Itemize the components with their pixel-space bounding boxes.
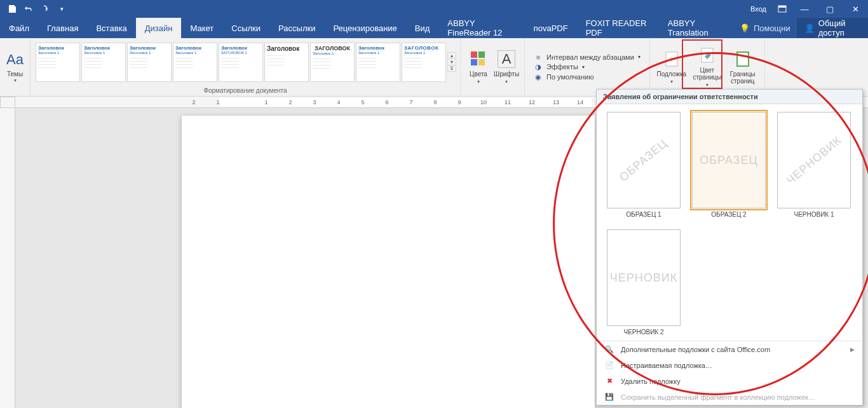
remove-icon: ✖ [604,377,614,385]
tab-insert[interactable]: Вставка [87,18,135,38]
undo-icon[interactable] [22,2,36,16]
tab-review[interactable]: Рецензирование [324,18,405,38]
ruler-tick: 1 [206,99,230,105]
gallery-up-icon[interactable]: ▴ [448,53,456,58]
save-icon[interactable] [5,2,19,16]
style-set-item[interactable]: Заголовок———————————————————————————— [264,43,309,82]
watermark-dropdown: Заявления об ограничении ответственности… [596,89,863,405]
ruler-tick: 2 [278,99,302,105]
ruler-tick: 11 [496,99,520,105]
tab-design[interactable]: Дизайн [136,18,182,38]
style-set-item[interactable]: ЗАГОЛОВОКЗаголовок 1————————————————————… [402,43,446,82]
save-selection-watermark: 💾 Сохранить выделенный фрагмент в коллек… [597,389,862,405]
style-set-item[interactable]: ЗаголовокЗаголовок 1————————————————————… [36,43,80,82]
fonts-label: Шрифты [494,71,519,78]
watermark-item[interactable]: ОБРАЗЕЦОБРАЗЕЦ 2 [692,112,766,218]
office-icon: 🔍 [604,345,614,353]
group-themes: Aa Темы ▾ [0,38,31,96]
dropdown-menu: 🔍 Дополнительные подложки с сайта Office… [597,341,862,405]
style-set-item[interactable]: ЗаголовокЗаголовок 1————————————————————… [356,43,400,82]
style-set-item[interactable]: ЗАГОЛОВОКЗаголовок 1————————————————————… [310,43,355,82]
style-set-item[interactable]: ЗаголовокЗАГОЛОВОК 1————————————————————… [219,43,263,82]
bulb-icon: 💡 [740,24,750,33]
login-link[interactable]: Вход [744,5,773,13]
share-label: Общий доступ [818,18,860,37]
watermark-item[interactable]: ОБРАЗЕЦОБРАЗЕЦ 1 [607,112,681,218]
tab-novapdf[interactable]: novaPDF [524,18,576,38]
custom-watermark[interactable]: 📄 Настраиваемая подложка… [597,357,862,373]
ruler-tick: 13 [544,99,568,105]
share-button[interactable]: 👤 Общий доступ [797,18,868,38]
default-icon: ◉ [534,73,543,81]
options-column: ≡Интервал между абзацами ▾ ◑Эффекты ▾ ◉П… [529,51,646,84]
ruler-tick: 4 [327,99,351,105]
tell-me[interactable]: 💡 Помощни [733,18,797,38]
set-default-button[interactable]: ◉По умолчанию [534,73,641,81]
quick-access-toolbar: ▾ [0,2,69,16]
style-set-item[interactable]: ЗаголовокЗаголовок 1————————————————————… [173,43,217,82]
effects-button[interactable]: ◑Эффекты ▾ [534,63,641,71]
group-label-doc-formatting: Форматирование документа [31,86,460,96]
watermark-item[interactable]: ЧЕРНОВИКЧЕРНОВИК 1 [777,112,851,218]
svg-rect-2 [471,51,477,58]
ruler-corner [0,97,15,108]
title-bar: ▾ Вход — ▢ ✕ [0,0,868,18]
chevron-right-icon: ▶ [850,346,855,353]
dropdown-header: Заявления об ограничении ответственности [597,90,862,104]
tab-abbyy-translation[interactable]: ABBYY Translation [659,18,733,38]
tab-file[interactable]: Файл [0,18,38,38]
more-office-watermarks[interactable]: 🔍 Дополнительные подложки с сайта Office… [597,341,862,357]
style-set-item[interactable]: ЗаголовокЗаголовок 1————————————————————… [127,43,172,82]
minimize-button[interactable]: — [792,0,817,18]
remove-watermark[interactable]: ✖ Удалить подложку [597,373,862,389]
vertical-ruler[interactable] [0,108,15,408]
group-document-formatting: ЗаголовокЗаголовок 1————————————————————… [31,38,461,96]
redo-icon[interactable] [38,2,52,16]
save-selection-icon: 💾 [604,393,614,401]
tab-home[interactable]: Главная [38,18,87,38]
gallery-down-icon[interactable]: ▾ [448,58,456,65]
tab-abbyy[interactable]: ABBYY FineReader 12 [438,18,524,38]
tab-layout[interactable]: Макет [181,18,222,38]
watermark-button[interactable]: A Подложка▾ [654,48,689,87]
gallery-scroll: ▴ ▾ ⊻ [447,52,456,72]
style-set-item[interactable]: ЗаголовокЗаголовок 1————————————————————… [81,43,126,82]
themes-button[interactable]: Aa Темы ▾ [4,51,26,83]
spacing-icon: ≡ [534,53,543,61]
colors-label: Цвета [470,71,487,78]
tab-foxit[interactable]: FOXIT READER PDF [577,18,659,38]
page-color-button[interactable]: Цвет страницы▾ [689,44,725,90]
page-borders-label: Границы страниц [730,71,756,85]
watermark-icon: A [663,50,681,68]
ruler-tick: 14 [568,99,592,105]
qat-customize-icon[interactable]: ▾ [55,2,69,16]
watermark-item[interactable]: ЧЕРНОВИКЧЕРНОВИК 2 [607,229,681,336]
tab-view[interactable]: Вид [406,18,439,38]
paragraph-spacing-button[interactable]: ≡Интервал между абзацами ▾ [534,53,641,61]
page-borders-button[interactable]: Границы страниц [725,48,761,87]
page-borders-icon [734,50,752,68]
effects-icon: ◑ [534,63,543,71]
page-color-label: Цвет страницы [693,67,721,81]
maximize-button[interactable]: ▢ [817,0,843,18]
themes-label: Темы [7,71,23,78]
gallery-more-icon[interactable]: ⊻ [448,65,456,71]
ruler-tick: 7 [399,99,423,105]
watermark-grid: ОБРАЗЕЦОБРАЗЕЦ 1ОБРАЗЕЦОБРАЗЕЦ 2ЧЕРНОВИК… [597,104,862,341]
close-button[interactable]: ✕ [843,0,868,18]
colors-button[interactable]: Цвета▾ [465,48,492,87]
ribbon-display-options-icon[interactable] [773,5,792,13]
fonts-button[interactable]: A Шрифты▾ [492,48,520,87]
style-set-gallery[interactable]: ЗаголовокЗаголовок 1————————————————————… [34,41,447,83]
document-page[interactable] [182,116,595,408]
tab-references[interactable]: Ссылки [222,18,269,38]
svg-rect-9 [737,52,749,66]
window-buttons: — ▢ ✕ [792,0,868,18]
ruler-tick: 12 [520,99,544,105]
tab-mailings[interactable]: Рассылки [269,18,324,38]
ruler-tick: 9 [447,99,471,105]
ruler-tick: 6 [375,99,399,105]
watermark-label: Подложка [656,71,686,78]
svg-rect-4 [471,59,477,65]
page-color-icon [698,46,716,64]
